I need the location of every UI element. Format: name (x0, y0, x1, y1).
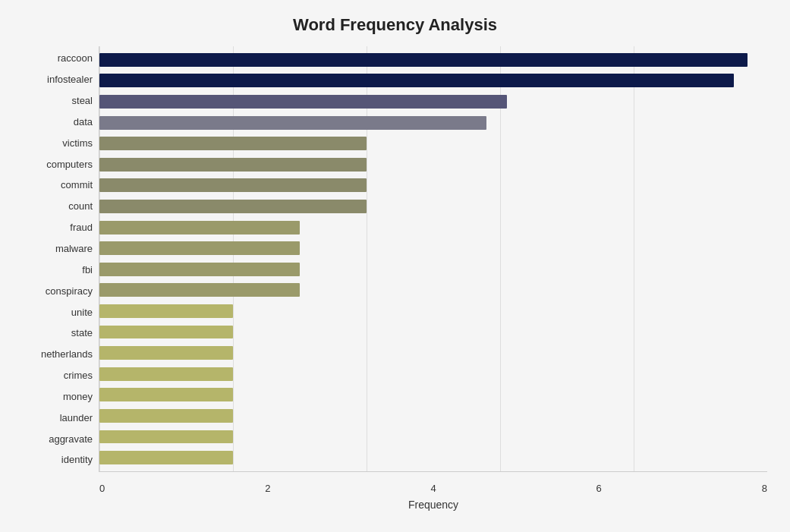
y-label-launder: launder (23, 413, 99, 423)
x-tick-0: 0 (99, 483, 105, 494)
y-label-money: money (23, 392, 99, 401)
bar-infostealer (99, 74, 734, 87)
y-label-fraud: fraud (23, 222, 99, 232)
chart-container: Word Frequency Analysis raccooninfosteal… (0, 0, 790, 532)
bar-identity (99, 451, 233, 464)
bar-fraud (99, 221, 300, 235)
bars-wrapper (99, 46, 767, 471)
bar-row-malware (99, 238, 767, 259)
bar-row-data (99, 112, 767, 134)
y-label-netherlands: netherlands (23, 349, 99, 359)
x-tick-4: 4 (430, 483, 436, 494)
bar-row-raccoon (99, 49, 767, 71)
bar-row-victims (99, 133, 767, 154)
bar-count (99, 200, 367, 213)
bar-row-money (99, 385, 767, 406)
bar-aggravate (99, 430, 233, 444)
y-label-infostealer: infostealer (23, 74, 99, 84)
bar-row-commit (99, 175, 767, 197)
y-label-victims: victims (23, 138, 99, 148)
x-tick-6: 6 (596, 483, 602, 494)
chart-area: raccooninfostealerstealdatavictimscomput… (23, 46, 767, 472)
y-label-unite: unite (23, 307, 99, 317)
bar-row-conspiracy (99, 280, 767, 301)
bar-row-aggravate (99, 427, 767, 448)
y-label-identity: identity (23, 455, 99, 464)
x-tick-8: 8 (762, 483, 767, 494)
bar-launder (99, 409, 233, 423)
bar-row-identity (99, 447, 767, 468)
bar-netherlands (99, 346, 233, 360)
bar-money (99, 388, 233, 401)
bar-row-fraud (99, 217, 767, 238)
bar-row-steal (99, 91, 767, 112)
bar-steal (99, 95, 507, 109)
bar-row-count (99, 196, 767, 217)
chart-title: Word Frequency Analysis (23, 15, 767, 35)
bar-malware (99, 241, 300, 255)
bar-commit (99, 178, 367, 192)
y-label-count: count (23, 201, 99, 211)
bar-conspiracy (99, 283, 300, 297)
x-axis-labels: 02468 (99, 483, 767, 494)
y-label-raccoon: raccoon (23, 53, 99, 63)
y-label-conspiracy: conspiracy (23, 286, 99, 296)
y-label-malware: malware (23, 244, 99, 253)
bar-row-crimes (99, 364, 767, 385)
y-label-computers: computers (23, 159, 99, 169)
plot-area: 02468 Frequency (99, 46, 767, 472)
y-label-commit: commit (23, 180, 99, 190)
bar-row-computers (99, 154, 767, 175)
bar-data (99, 116, 486, 130)
bar-row-fbi (99, 259, 767, 280)
y-label-state: state (23, 328, 99, 338)
x-tick-2: 2 (265, 483, 270, 494)
y-axis-labels: raccooninfostealerstealdatavictimscomput… (23, 46, 99, 472)
bar-fbi (99, 263, 300, 276)
bar-victims (99, 137, 367, 150)
y-label-steal: steal (23, 96, 99, 105)
bar-row-launder (99, 405, 767, 427)
y-label-aggravate: aggravate (23, 434, 99, 444)
bar-crimes (99, 367, 233, 381)
bar-row-netherlands (99, 342, 767, 364)
y-label-data: data (23, 117, 99, 127)
bar-unite (99, 304, 233, 318)
y-label-fbi: fbi (23, 265, 99, 275)
bar-state (99, 326, 233, 339)
bar-row-infostealer (99, 71, 767, 92)
y-label-crimes: crimes (23, 370, 99, 380)
bar-raccoon (99, 53, 748, 67)
bar-row-state (99, 322, 767, 343)
x-axis-title: Frequency (99, 499, 767, 511)
bar-computers (99, 158, 367, 172)
bar-row-unite (99, 301, 767, 322)
